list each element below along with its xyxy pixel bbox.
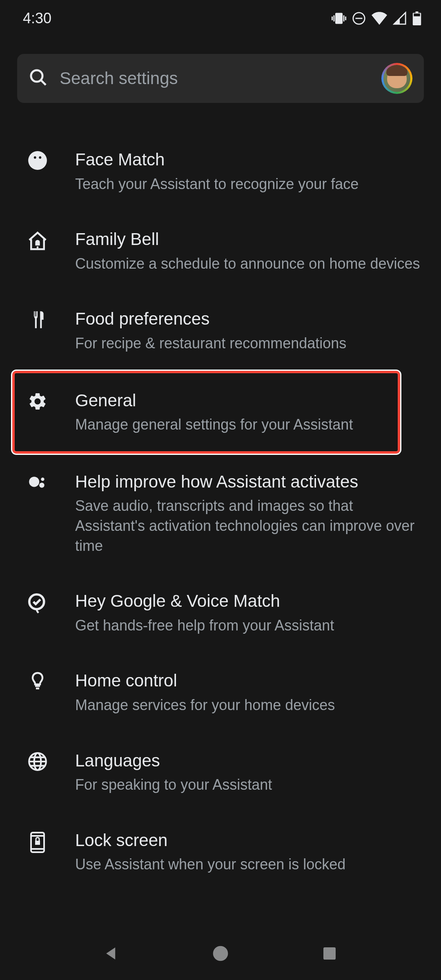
setting-item-help-improve-activation[interactable]: Help improve how Assistant activates Sav… [0, 454, 441, 573]
search-bar[interactable]: Search settings [17, 54, 424, 103]
setting-item-general[interactable]: General Manage general settings for your… [0, 372, 441, 452]
setting-item-home-control[interactable]: Home control Manage services for your ho… [0, 653, 441, 732]
setting-title: Face Match [75, 149, 424, 171]
svg-point-20 [213, 946, 228, 961]
setting-title: Languages [75, 750, 424, 772]
setting-subtitle: Manage general settings for your Assista… [75, 415, 424, 435]
phone-lock-icon [25, 829, 50, 854]
status-icons [332, 11, 421, 26]
setting-subtitle: Save audio, transcripts and images so th… [75, 496, 424, 556]
vibrate-icon [332, 11, 346, 26]
svg-rect-21 [323, 947, 336, 960]
svg-point-7 [39, 156, 41, 159]
status-bar: 4:30 [0, 0, 441, 37]
setting-subtitle: For recipe & restaurant recommendations [75, 334, 424, 354]
svg-point-6 [34, 156, 36, 159]
assistant-dots-icon [25, 471, 50, 493]
house-bell-icon [25, 228, 50, 252]
svg-point-5 [28, 151, 47, 170]
setting-subtitle: For speaking to your Assistant [75, 775, 424, 795]
globe-icon [25, 750, 50, 772]
setting-title: Help improve how Assistant activates [75, 471, 424, 493]
gear-icon [25, 390, 50, 412]
setting-item-lock-screen[interactable]: Lock screen Use Assistant when your scre… [0, 812, 441, 892]
overview-button[interactable] [317, 941, 342, 966]
home-button[interactable] [208, 941, 233, 966]
face-icon [25, 149, 50, 171]
signal-icon [393, 11, 407, 25]
setting-subtitle: Teach your Assistant to recognize your f… [75, 174, 424, 194]
setting-title: General [75, 390, 424, 412]
lightbulb-icon [25, 670, 50, 691]
svg-point-11 [41, 477, 44, 481]
svg-line-4 [41, 80, 46, 85]
setting-item-food-preferences[interactable]: Food preferences For recipe & restaurant… [0, 291, 441, 370]
setting-title: Family Bell [75, 228, 424, 251]
settings-list: Face Match Teach your Assistant to recog… [0, 103, 441, 892]
fork-knife-icon [25, 308, 50, 330]
svg-rect-19 [35, 841, 40, 845]
status-time: 4:30 [23, 10, 51, 27]
back-button[interactable] [99, 941, 124, 966]
setting-subtitle: Get hands-free help from your Assistant [75, 616, 424, 636]
do-not-disturb-icon [352, 11, 366, 25]
search-icon [29, 68, 48, 89]
setting-item-face-match[interactable]: Face Match Teach your Assistant to recog… [0, 131, 441, 211]
setting-item-languages[interactable]: Languages For speaking to your Assistant [0, 733, 441, 812]
svg-point-3 [31, 70, 42, 82]
setting-subtitle: Customize a schedule to announce on home… [75, 254, 424, 274]
search-placeholder: Search settings [60, 69, 370, 88]
setting-title: Food preferences [75, 308, 424, 330]
setting-subtitle: Manage services for your home devices [75, 695, 424, 715]
wifi-icon [372, 12, 387, 25]
setting-item-family-bell[interactable]: Family Bell Customize a schedule to anno… [0, 211, 441, 291]
svg-rect-2 [414, 13, 420, 16]
setting-item-hey-google-voice-match[interactable]: Hey Google & Voice Match Get hands-free … [0, 573, 441, 653]
svg-point-10 [39, 483, 45, 488]
setting-subtitle: Use Assistant when your screen is locked [75, 855, 424, 875]
setting-title: Home control [75, 670, 424, 692]
svg-point-8 [37, 246, 39, 248]
profile-avatar[interactable] [381, 63, 412, 94]
voice-check-icon [25, 590, 50, 614]
setting-title: Lock screen [75, 829, 424, 852]
setting-title: Hey Google & Voice Match [75, 590, 424, 612]
battery-icon [412, 11, 421, 25]
navigation-bar [0, 927, 441, 980]
svg-point-9 [29, 477, 39, 487]
